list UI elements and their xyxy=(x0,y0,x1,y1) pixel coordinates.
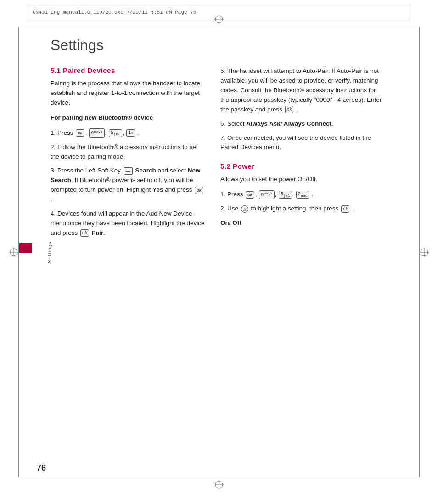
right-column: 5. The handset will attempt to Auto-Pair… xyxy=(220,66,386,243)
section1-bold-label: For pairing new Bluetooth® device xyxy=(51,113,207,123)
header-text: UN431_Eng_manual1.0_110720.qxd 7/20/11 5… xyxy=(33,10,196,15)
section2-step-1: 1. Press ok, 9wxyz, 5jkl, 2abc . xyxy=(220,190,386,199)
border-left xyxy=(18,27,19,477)
content-columns: 5.1 Paired Devices Pairing is the proces… xyxy=(51,66,401,243)
section2-step-1-text: 1. Press ok, 9wxyz, 5jkl, 2abc . xyxy=(220,191,313,198)
nine-key-1: 9wxyz xyxy=(89,128,104,137)
page-number: 76 xyxy=(37,463,46,473)
section1-heading: 5.1 Paired Devices xyxy=(51,66,207,74)
section2-intro: Allows you to set the power On/Off. xyxy=(220,175,386,184)
ok-key-1: ok xyxy=(76,129,84,137)
border-top xyxy=(18,27,420,27)
border-right xyxy=(419,27,420,477)
five-key-1: 5jkl xyxy=(109,129,122,137)
step-5-text: 5. The handset will attempt to Auto-Pair… xyxy=(220,67,382,113)
step-2: 2. Follow the Bluetooth® accessory instr… xyxy=(51,143,207,162)
reg-mark-bottom xyxy=(213,479,225,490)
ok-key-3: ok xyxy=(195,187,203,194)
section2-steps: 1. Press ok, 9wxyz, 5jkl, 2abc . 2. Use … xyxy=(220,190,386,214)
left-column: 5.1 Paired Devices Pairing is the proces… xyxy=(51,66,207,243)
section2: 5.2 Power Allows you to set the power On… xyxy=(220,162,386,228)
step-1: 1. Press ok, 9wxyz, 5jkl, 1✉ . xyxy=(51,128,207,138)
section1-intro: Pairing is the process that allows the h… xyxy=(51,79,207,108)
section1-steps: 1. Press ok, 9wxyz, 5jkl, 1✉ . 2. Follow… xyxy=(51,128,207,238)
main-content: Settings 5.1 Paired Devices Pairing is t… xyxy=(51,37,401,467)
sidebar-accent-bar xyxy=(19,243,32,253)
step-3-text: 3. Press the Left Soft Key — Search and … xyxy=(51,167,204,203)
step-2-text: 2. Follow the Bluetooth® accessory instr… xyxy=(51,144,198,160)
step-4: 4. Devices found will appear in the Add … xyxy=(51,209,207,238)
section2-heading: 5.2 Power xyxy=(220,162,386,170)
border-bottom xyxy=(18,477,420,477)
two-key-s2: 2abc xyxy=(296,191,309,199)
nine-key-s2: 9wxyz xyxy=(259,190,274,199)
step-1-num: 1. Press xyxy=(51,129,75,136)
reg-mark-left xyxy=(8,247,19,258)
step-7-text: 7. Once connected, you will see the devi… xyxy=(220,134,371,151)
section2-step-2: 2. Use △ to highlight a setting, then pr… xyxy=(220,204,386,214)
ok-key-5: ok xyxy=(285,106,294,113)
step-6: 6. Select Always Ask/ Always Connect. xyxy=(220,119,386,129)
section1-right-steps: 5. The handset will attempt to Auto-Pair… xyxy=(220,66,386,152)
step-6-text: 6. Select Always Ask/ Always Connect. xyxy=(220,120,333,127)
step-4-text: 4. Devices found will appear in the Add … xyxy=(51,210,204,236)
section2-options: On/ Off xyxy=(220,218,386,228)
ok-key-4: ok xyxy=(80,229,89,237)
step-5: 5. The handset will attempt to Auto-Pair… xyxy=(220,66,386,115)
header-bar: UN431_Eng_manual1.0_110720.qxd 7/20/11 5… xyxy=(28,4,410,21)
nav-icon: △ xyxy=(241,205,248,213)
one-key-1: 1✉ xyxy=(126,129,135,137)
five-key-s2: 5jkl xyxy=(279,191,292,199)
page-title: Settings xyxy=(51,37,401,54)
softkey-icon: — xyxy=(124,167,133,175)
ok-key-s2-1: ok xyxy=(246,191,254,199)
step-3: 3. Press the Left Soft Key — Search and … xyxy=(51,166,207,205)
step-7: 7. Once connected, you will see the devi… xyxy=(220,133,386,153)
reg-mark-right xyxy=(419,247,430,258)
ok-key-s2-2: ok xyxy=(341,205,350,213)
section2-step-2-text: 2. Use △ to highlight a setting, then pr… xyxy=(220,205,354,212)
